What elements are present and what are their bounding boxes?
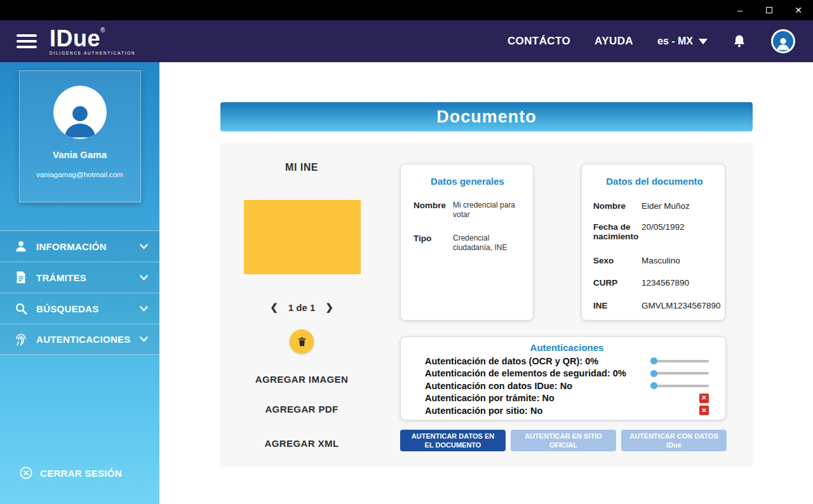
sidebar-item-busquedas[interactable]: BÚSQUEDAS: [0, 293, 159, 324]
registered-mark: ®: [100, 27, 105, 34]
kv-row: Sexo Masculino: [593, 256, 716, 266]
failed-x-icon: ✕: [699, 406, 709, 415]
hamburger-menu-icon[interactable]: [17, 34, 37, 48]
auth-label: Autenticación de elementos de seguridad:…: [425, 368, 626, 378]
logout-label: CERRAR SESIÓN: [40, 468, 122, 479]
add-xml-button[interactable]: AGREGAR XML: [220, 438, 383, 449]
notifications-bell-icon[interactable]: [732, 34, 747, 49]
window-minimize-button[interactable]: –: [725, 0, 755, 20]
auth-ocr-slider[interactable]: [650, 357, 709, 364]
window-close-button[interactable]: ✕: [784, 0, 813, 20]
card-title: Datos del documento: [593, 176, 716, 187]
autenticar-sitio-oficial-button[interactable]: AUTENTICAR EN SITIO OFICIAL: [511, 430, 616, 451]
trash-icon: [297, 336, 307, 347]
app-header: IDue® DILIGENCE AUTHENTICATION CONTÁCTO …: [0, 20, 813, 62]
kv-row: Nombre Mi credencial para votar: [413, 201, 521, 220]
kv-value: GMVLM1234567890: [642, 301, 721, 310]
kv-label: Fecha de nacimiento: [593, 222, 642, 242]
autenticar-datos-idue-button[interactable]: AUTENTICAR CON DATOS IDue: [621, 430, 727, 451]
card-title: Datos generales: [413, 176, 521, 187]
sidebar: Vania Gama vaniagamag@hotmail.com INFORM…: [0, 62, 159, 504]
brand-tagline: DILIGENCE AUTHENTICATION: [50, 51, 135, 56]
chevron-down-icon: [140, 275, 148, 281]
main-content: Documento MI INE ❮ 1 de 1 ❯ AGREGAR IMAG…: [159, 62, 813, 504]
chevron-down-icon: [140, 336, 148, 342]
kv-value: Mi credencial para votar: [453, 201, 521, 220]
page-banner: Documento: [220, 102, 753, 131]
slider-thumb[interactable]: [650, 382, 657, 389]
document-icon: [14, 270, 28, 284]
chevron-down-icon: [699, 39, 708, 44]
kv-value: 1234567890: [642, 278, 689, 288]
kv-label: Nombre: [413, 201, 453, 210]
user-avatar[interactable]: [771, 29, 795, 53]
nav-contacto[interactable]: CONTÁCTO: [507, 35, 570, 48]
slider-track: [650, 372, 709, 375]
kv-label: CURP: [593, 278, 642, 288]
sidebar-nav: INFORMACIÓN TRÁMITES: [0, 230, 159, 355]
card-title: Autenticaciones: [425, 342, 709, 353]
autenticar-datos-documento-button[interactable]: AUTENTICAR DATOS EN EL DOCUMENTO: [400, 430, 506, 451]
brand-logo: IDue® DILIGENCE AUTHENTICATION: [50, 27, 135, 56]
kv-label: Tipo: [413, 234, 453, 243]
window-maximize-button[interactable]: [755, 0, 784, 20]
user-avatar-icon: [773, 31, 793, 51]
locale-value: es - MX: [657, 36, 693, 47]
kv-value: Masculino: [642, 256, 680, 265]
delete-document-button[interactable]: [290, 329, 314, 354]
kv-row: Tipo Credencial ciudadanía, INE: [413, 234, 521, 253]
kv-row: Nombre Eider Muñoz: [593, 201, 716, 211]
profile-card: Vania Gama vaniagamag@hotmail.com: [19, 70, 141, 202]
locale-selector[interactable]: es - MX: [657, 36, 708, 47]
close-circle-icon: [19, 466, 33, 480]
page-title: Documento: [436, 107, 537, 127]
slider-thumb[interactable]: [650, 357, 657, 364]
next-page-button[interactable]: ❯: [325, 302, 333, 313]
profile-avatar: [53, 86, 107, 139]
sidebar-item-autenticaciones[interactable]: AUTENTICACIONES: [0, 324, 159, 355]
auth-seguridad-slider[interactable]: [650, 370, 709, 377]
chevron-down-icon: [140, 244, 148, 249]
document-name: MI INE: [220, 162, 383, 173]
auth-label: Autenticación por trámite: No: [425, 393, 554, 403]
sidebar-item-tramites[interactable]: TRÁMITES: [0, 262, 159, 293]
logout-button[interactable]: CERRAR SESIÓN: [19, 466, 122, 480]
kv-row: CURP 1234567890: [593, 278, 716, 288]
profile-email: vaniagamag@hotmail.com: [20, 171, 140, 178]
kv-value: Credencial ciudadanía, INE: [453, 234, 521, 253]
window-titlebar: – ✕: [0, 0, 813, 20]
kv-label: INE: [593, 301, 642, 311]
person-icon: [14, 239, 28, 253]
failed-x-icon: ✕: [699, 394, 709, 403]
prev-page-button[interactable]: ❮: [270, 302, 278, 313]
auth-row-idue: Autenticación con datos IDue: No: [425, 380, 709, 392]
auth-label: Autenticación con datos IDue: No: [425, 381, 572, 391]
sidebar-item-label: BÚSQUEDAS: [36, 303, 140, 314]
auth-row-tramite: Autenticación por trámite: No ✕: [425, 392, 709, 405]
sidebar-item-informacion[interactable]: INFORMACIÓN: [0, 230, 159, 262]
chevron-down-icon: [140, 306, 148, 312]
sidebar-item-label: AUTENTICACIONES: [36, 334, 140, 345]
document-image-preview[interactable]: [244, 200, 361, 274]
kv-label: Nombre: [593, 201, 642, 211]
auth-idue-slider[interactable]: [650, 382, 709, 389]
page-navigator: ❮ 1 de 1 ❯: [220, 302, 383, 313]
sidebar-item-label: TRÁMITES: [36, 272, 140, 283]
search-icon: [14, 302, 28, 315]
profile-name: Vania Gama: [20, 149, 140, 160]
datos-documento-card: Datos del documento Nombre Eider Muñoz F…: [581, 164, 725, 321]
nav-ayuda[interactable]: AYUDA: [595, 35, 633, 48]
kv-value: Eider Muñoz: [642, 201, 690, 211]
kv-row: Fecha de nacimiento 20/05/1992: [593, 222, 716, 242]
add-pdf-button[interactable]: AGREGAR PDF: [220, 404, 383, 414]
document-panel: MI INE ❮ 1 de 1 ❯ AGREGAR IMAGEN AGREGAR…: [220, 143, 753, 467]
auth-row-sitio: Autenticación por sitio: No ✕: [425, 404, 709, 417]
slider-thumb[interactable]: [650, 370, 657, 377]
auth-row-seguridad: Autenticación de elementos de seguridad:…: [425, 368, 709, 380]
auth-row-ocr-qr: Autenticación de datos (OCR y QR): 0%: [425, 355, 709, 368]
slider-track: [650, 385, 709, 387]
fingerprint-icon: [14, 333, 28, 347]
add-image-button[interactable]: AGREGAR IMAGEN: [220, 374, 383, 385]
sidebar-item-label: INFORMACIÓN: [36, 241, 140, 252]
kv-label: Sexo: [593, 256, 642, 266]
